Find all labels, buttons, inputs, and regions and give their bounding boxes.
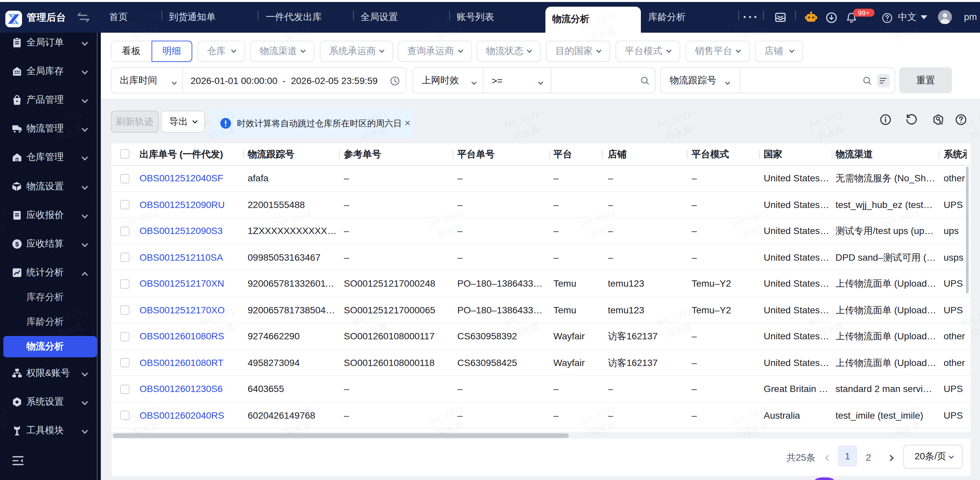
- svg-text:$: $: [15, 241, 19, 248]
